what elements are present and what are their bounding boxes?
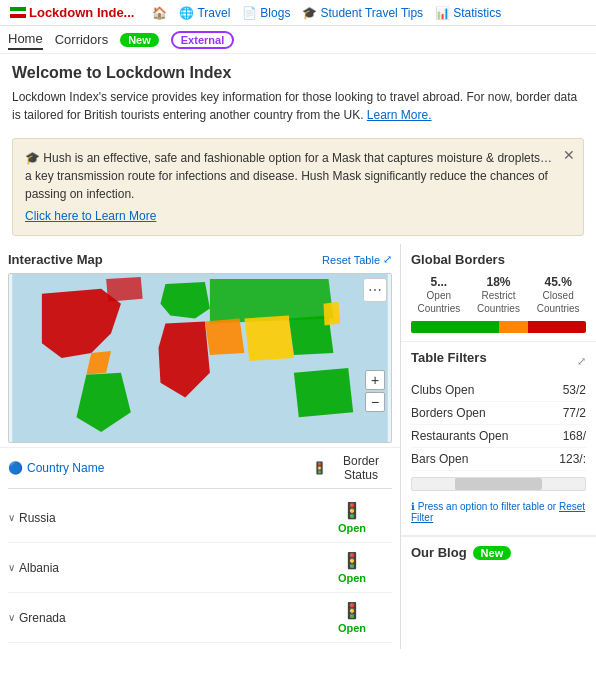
filter-restaurants-open[interactable]: Restaurants Open 168/	[411, 425, 586, 448]
border-icon: 🚦	[312, 461, 327, 475]
color-bar	[411, 321, 586, 333]
bar-red	[528, 321, 586, 333]
globe-icon: 🌐	[179, 6, 194, 20]
traffic-light-icon: 🚦	[342, 601, 362, 620]
status-cell-albania: 🚦 Open	[312, 551, 392, 584]
country-cell-russia[interactable]: ∨ Russia	[8, 511, 312, 525]
expand-icon: ⤢	[383, 253, 392, 266]
bar-green	[411, 321, 499, 333]
main-grid: Interactive Map Reset Table ⤢	[0, 244, 596, 649]
column-border-status: 🚦 Border Status	[312, 454, 392, 482]
expand-filters-button[interactable]: ⤢	[577, 355, 586, 368]
info-icon: ℹ	[411, 501, 418, 512]
top-nav: Lockdown Inde... 🏠 🌐 Travel 📄 Blogs 🎓 St…	[0, 0, 596, 54]
bar-orange	[499, 321, 528, 333]
map-title: Interactive Map	[8, 252, 103, 267]
book-icon: 📄	[242, 6, 257, 20]
filter-clubs-open[interactable]: Clubs Open 53/2	[411, 379, 586, 402]
press-note: ℹ Press an option to filter table or Res…	[411, 497, 586, 527]
left-panel: Interactive Map Reset Table ⤢	[0, 244, 401, 649]
flag-icon	[10, 7, 26, 18]
subnav-corridors[interactable]: Corridors	[55, 30, 108, 49]
filters-header: Table Filters ⤢	[411, 350, 586, 373]
chevron-down-icon: ∨	[8, 612, 15, 623]
table-row: ∨ Grenada 🚦 Open	[8, 593, 392, 643]
hat-icon: 🎓	[25, 151, 43, 165]
scroll-thumb	[455, 478, 542, 490]
country-table: 🔵 Country Name 🚦 Border Status ∨ Russia …	[0, 448, 400, 649]
reset-table-button[interactable]: Reset Table ⤢	[322, 253, 392, 266]
nav-links: 🏠 🌐 Travel 📄 Blogs 🎓 Student Travel Tips…	[152, 6, 501, 20]
chevron-down-icon: ∨	[8, 512, 15, 523]
world-map-svg	[9, 274, 391, 442]
table-header: 🔵 Country Name 🚦 Border Status	[8, 454, 392, 489]
nav-blogs[interactable]: 📄 Blogs	[242, 6, 290, 20]
borders-stats: 5... Open Countries 18% Restrict Countri…	[411, 275, 586, 315]
chevron-down-icon: ∨	[8, 562, 15, 573]
stat-closed: 45.% Closed Countries	[530, 275, 586, 315]
stat-open: 5... Open Countries	[411, 275, 467, 315]
scroll-bar[interactable]	[411, 477, 586, 491]
map-header: Interactive Map Reset Table ⤢	[8, 252, 392, 267]
map-options-button[interactable]: ⋯	[363, 278, 387, 302]
learn-more-link[interactable]: Learn More.	[367, 108, 432, 122]
traffic-light-icon: 🚦	[342, 501, 362, 520]
nav-home[interactable]: 🏠	[152, 6, 167, 20]
badge-external[interactable]: External	[171, 31, 234, 49]
home-icon: 🏠	[152, 6, 167, 20]
zoom-out-button[interactable]: −	[365, 392, 385, 412]
subnav-home[interactable]: Home	[8, 29, 43, 50]
map-container[interactable]: ⋯ + −	[8, 273, 392, 443]
welcome-title: Welcome to Lockdown Index	[12, 64, 584, 82]
filter-borders-open[interactable]: Borders Open 77/2	[411, 402, 586, 425]
country-cell-grenada[interactable]: ∨ Grenada	[8, 611, 312, 625]
alert-box: ✕ 🎓 Hush is an effective, safe and fashi…	[12, 138, 584, 236]
welcome-text: Lockdown Index's service provides key in…	[12, 88, 584, 124]
status-cell-grenada: 🚦 Open	[312, 601, 392, 634]
filters-title: Table Filters	[411, 350, 487, 365]
chart-icon: 📊	[435, 6, 450, 20]
zoom-in-button[interactable]: +	[365, 370, 385, 390]
right-panel: Global Borders 5... Open Countries 18% R…	[401, 244, 596, 649]
table-filters-section: Table Filters ⤢ Clubs Open 53/2 Borders …	[401, 342, 596, 536]
our-blog-label: Our Blog	[411, 545, 467, 560]
sub-nav: Home Corridors New External	[0, 26, 596, 54]
welcome-section: Welcome to Lockdown Index Lockdown Index…	[0, 54, 596, 130]
status-cell-russia: 🚦 Open	[312, 501, 392, 534]
global-borders-title: Global Borders	[411, 252, 586, 267]
sort-icon: 🔵	[8, 461, 23, 475]
close-button[interactable]: ✕	[563, 145, 575, 166]
country-cell-albania[interactable]: ∨ Albania	[8, 561, 312, 575]
column-country-name[interactable]: 🔵 Country Name	[8, 461, 312, 475]
our-blog-section: Our Blog New	[401, 536, 596, 568]
map-section: Interactive Map Reset Table ⤢	[0, 244, 400, 448]
nav-student-travel[interactable]: 🎓 Student Travel Tips	[302, 6, 423, 20]
blog-badge-new[interactable]: New	[473, 546, 512, 560]
nav-travel[interactable]: 🌐 Travel	[179, 6, 230, 20]
global-borders-section: Global Borders 5... Open Countries 18% R…	[401, 244, 596, 342]
table-row: ∨ Albania 🚦 Open	[8, 543, 392, 593]
nav-statistics[interactable]: 📊 Statistics	[435, 6, 501, 20]
table-row: ∨ Russia 🚦 Open	[8, 493, 392, 543]
logo[interactable]: Lockdown Inde...	[10, 5, 134, 20]
filter-bars-open[interactable]: Bars Open 123/:	[411, 448, 586, 471]
map-zoom-controls: + −	[365, 370, 385, 412]
grad-icon: 🎓	[302, 6, 317, 20]
stat-restrict: 18% Restrict Countries	[471, 275, 527, 315]
alert-learn-more-link[interactable]: Click here to Learn More	[25, 207, 559, 225]
traffic-light-icon: 🚦	[342, 551, 362, 570]
badge-new[interactable]: New	[120, 33, 159, 47]
